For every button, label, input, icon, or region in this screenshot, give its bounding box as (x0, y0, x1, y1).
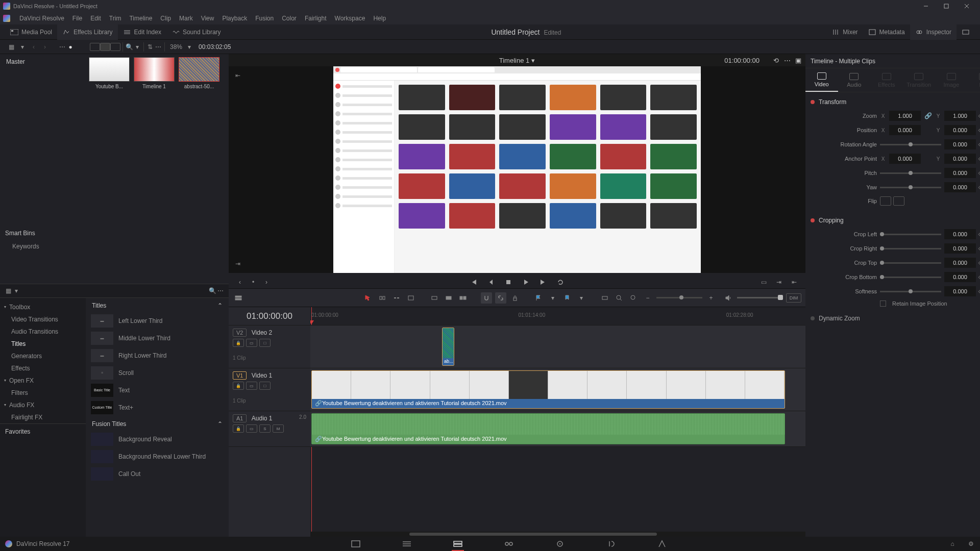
effects-library-toggle[interactable]: Effects Library (57, 24, 117, 40)
close-button[interactable] (957, 1, 977, 11)
track-lane-v1[interactable]: 🔗Youtube Bewertung deaktivieren und akti… (310, 368, 805, 411)
crop-top-field[interactable] (944, 258, 976, 268)
softness-field[interactable] (944, 286, 976, 296)
page-deliver[interactable] (652, 537, 672, 551)
pos-x-field[interactable] (889, 125, 921, 135)
fusion-title-item[interactable]: Call Out (86, 465, 229, 483)
keyframe-icon[interactable] (978, 128, 980, 133)
jump-last-icon[interactable]: ⇥ (233, 259, 243, 269)
fx-cat-filters[interactable]: Filters (0, 387, 86, 399)
keyframe-icon[interactable] (978, 113, 980, 118)
fx-group-titles[interactable]: Titles (92, 302, 106, 309)
fx-options-icon[interactable]: ⋯ (216, 287, 225, 295)
history-back-icon[interactable]: ‹ (30, 43, 38, 51)
current-edit-icon[interactable]: • (247, 276, 259, 288)
page-cut[interactable] (397, 537, 417, 551)
rotation-field[interactable] (944, 139, 976, 149)
menu-file[interactable]: File (68, 15, 86, 22)
keyframe-icon[interactable] (978, 142, 980, 147)
track-v1-id[interactable]: V1 (233, 371, 247, 380)
title-item[interactable]: ▬Middle Lower Third (86, 330, 229, 347)
title-item[interactable]: Basic TitleText (86, 382, 229, 399)
track-auto-icon[interactable]: ▭ (246, 424, 257, 433)
page-fairlight[interactable] (601, 537, 621, 551)
overwrite-icon[interactable] (443, 292, 454, 304)
keyframe-icon[interactable] (978, 289, 980, 294)
flag-dropdown-icon[interactable]: ▾ (547, 292, 558, 304)
flag-icon[interactable] (533, 292, 544, 304)
go-in-icon[interactable]: ⇥ (773, 276, 785, 288)
viewer-options-icon[interactable]: ⋯ (783, 56, 791, 64)
track-enable-icon[interactable]: □ (259, 339, 271, 347)
collapse-icon[interactable]: ⌃ (217, 302, 223, 309)
menu-color[interactable]: Color (278, 15, 301, 22)
anchor-x-field[interactable] (889, 154, 921, 164)
track-auto-icon[interactable]: ▭ (246, 382, 257, 390)
fx-cat-audio-transitions[interactable]: Audio Transitions (0, 325, 86, 338)
sort-icon[interactable]: ⇅ (146, 43, 154, 51)
fx-cat-fairlightfx[interactable]: Fairlight FX (0, 411, 86, 423)
menu-mark[interactable]: Mark (175, 15, 197, 22)
flip-v-button[interactable] (893, 196, 904, 206)
keyframe-icon[interactable] (978, 156, 980, 161)
track-lock-icon[interactable]: 🔒 (233, 339, 244, 347)
smart-bins-header[interactable]: Smart Bins (0, 227, 86, 240)
fusion-title-item[interactable]: Background Reveal (86, 431, 229, 448)
thumb-view-icon[interactable] (100, 43, 110, 51)
zoom-to-fit-icon[interactable] (599, 292, 610, 304)
menu-timeline[interactable]: Timeline (125, 15, 156, 22)
record-icon[interactable]: ● (66, 43, 75, 51)
crop-bottom-field[interactable] (944, 272, 976, 282)
fx-cat-video-transitions[interactable]: Video Transitions (0, 313, 86, 325)
timeline-name[interactable]: Timeline 1 (499, 57, 529, 64)
lock-icon[interactable] (509, 292, 521, 304)
fx-cat-generators[interactable]: Generators (0, 350, 86, 362)
track-enable-icon[interactable]: □ (259, 382, 271, 390)
media-pool-toggle[interactable]: Media Pool (5, 24, 57, 40)
inspector-tab-video[interactable]: Video (805, 68, 838, 92)
transform-header[interactable]: Transform (819, 98, 846, 106)
play-button[interactable] (520, 276, 532, 288)
track-lock-icon[interactable]: 🔒 (233, 424, 244, 433)
track-a1-id[interactable]: A1 (233, 414, 247, 422)
viewer-expand-icon[interactable]: ▣ (794, 56, 802, 64)
rotation-slider[interactable] (880, 144, 941, 145)
collapse-icon[interactable]: ⌃ (217, 420, 223, 428)
strip-view-icon[interactable] (110, 43, 120, 51)
zoom-x-field[interactable] (889, 111, 921, 121)
clip-a1[interactable]: 🔗Youtube Bewertung deaktivieren und akti… (311, 413, 785, 444)
selection-tool-icon[interactable] (362, 292, 374, 304)
volume-slider[interactable] (737, 297, 783, 298)
fx-search-icon[interactable]: 🔍 (208, 287, 216, 295)
dynamic-trim-icon[interactable] (391, 292, 402, 304)
clip-thumb[interactable]: Timeline 1 (134, 57, 175, 89)
dim-button[interactable]: DIM (786, 293, 801, 303)
menu-edit[interactable]: Edit (86, 15, 105, 22)
horizontal-scrollbar[interactable] (310, 532, 805, 537)
pos-y-field[interactable] (944, 125, 976, 135)
timeline-ruler[interactable]: 01:00:00:00 01:01:14:00 01:02:28:00 (310, 307, 805, 325)
keyframe-icon[interactable] (978, 260, 980, 265)
pitch-slider[interactable] (880, 172, 941, 174)
track-lane-a1[interactable]: 🔗Youtube Bewertung deaktivieren und akti… (310, 411, 805, 447)
zoom-slider[interactable] (656, 297, 702, 298)
menu-trim[interactable]: Trim (105, 15, 126, 22)
marker-icon[interactable] (561, 292, 573, 304)
minimize-button[interactable] (916, 1, 936, 11)
keyframe-icon[interactable] (978, 274, 980, 280)
page-fusion[interactable] (499, 537, 519, 551)
metadata-toggle[interactable]: Metadata (863, 24, 910, 40)
prev-edit-icon[interactable]: ‹ (234, 276, 246, 288)
menu-workspace[interactable]: Workspace (331, 15, 370, 22)
snap-icon[interactable] (481, 292, 492, 304)
next-edit-icon[interactable]: › (260, 276, 273, 288)
link-xy-icon[interactable]: 🔗 (924, 112, 932, 120)
smart-bin-keywords[interactable]: Keywords (0, 240, 86, 253)
jump-first-icon[interactable]: ⇤ (233, 70, 243, 81)
link-icon[interactable] (495, 292, 506, 304)
zoom-in-icon[interactable]: + (705, 292, 717, 304)
page-edit[interactable] (448, 537, 468, 551)
custom-zoom-icon[interactable] (628, 292, 639, 304)
zoom-percent[interactable]: 38% (167, 43, 185, 51)
yaw-field[interactable] (944, 182, 976, 192)
